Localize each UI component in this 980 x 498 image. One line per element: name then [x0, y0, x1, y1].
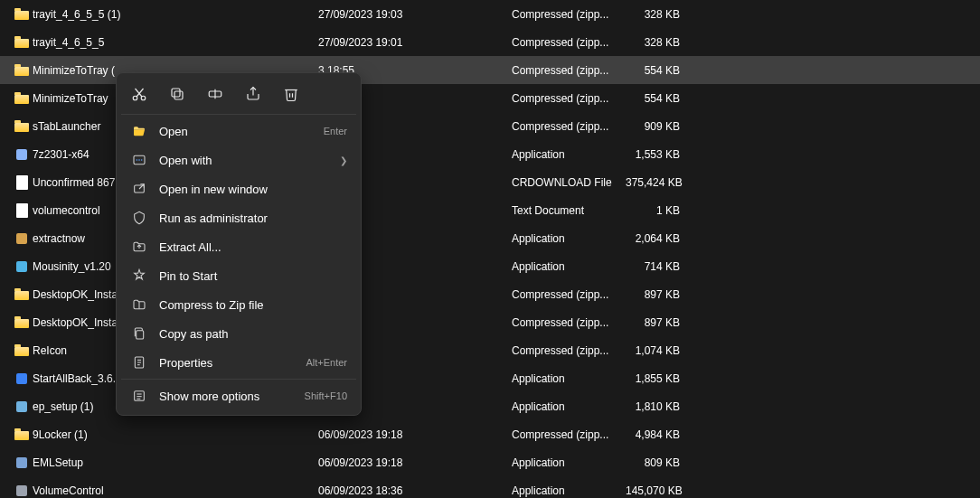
- menu-item-zip[interactable]: Compress to Zip file: [121, 290, 356, 319]
- file-type: Compressed (zipp...: [512, 344, 626, 357]
- chevron-right-icon: ❯: [340, 155, 347, 165]
- file-type: Application: [512, 372, 626, 385]
- file-date: 06/09/2023 18:36: [318, 484, 512, 497]
- file-size: 714 KB: [626, 260, 680, 273]
- file-size: 328 KB: [626, 8, 680, 21]
- menu-item-label: Show more options: [159, 390, 305, 403]
- folder-icon: [14, 316, 29, 328]
- file-icon-cell: [13, 371, 31, 386]
- menu-item-copypath[interactable]: Copy as path: [121, 319, 356, 348]
- menu-item-admin[interactable]: Run as administrator: [121, 203, 356, 232]
- svg-rect-5: [16, 457, 27, 468]
- svg-rect-3: [16, 373, 27, 384]
- file-row[interactable]: trayit_4_6_5_527/09/2023 19:01Compressed…: [0, 28, 980, 56]
- file-type: Application: [512, 456, 626, 469]
- menu-item-label: Compress to Zip file: [159, 298, 347, 312]
- file-name: trayit_4_6_5_5: [33, 36, 318, 49]
- menu-item-label: Extract All...: [159, 240, 347, 254]
- file-type: Application: [512, 400, 626, 413]
- file-row[interactable]: VolumeControl06/09/2023 18:36Application…: [0, 476, 980, 498]
- file-name: EMLSetup: [33, 456, 318, 469]
- menu-item-label: Properties: [159, 356, 306, 370]
- file-size: 375,424 KB: [626, 176, 680, 189]
- admin-icon: [130, 211, 148, 225]
- cut-icon[interactable]: [130, 85, 148, 103]
- file-size: 1,855 KB: [626, 372, 680, 385]
- app-icon: [14, 259, 29, 274]
- file-icon-cell: [13, 428, 31, 440]
- svg-rect-4: [16, 401, 27, 412]
- menu-item-props[interactable]: PropertiesAlt+Enter: [121, 348, 356, 377]
- menu-item-openwith[interactable]: Open with❯: [121, 146, 356, 174]
- context-menu: OpenEnterOpen with❯Open in new windowRun…: [116, 72, 362, 416]
- folder-icon: [14, 92, 29, 104]
- folder-icon: [14, 64, 29, 76]
- file-icon-cell: [13, 203, 31, 218]
- file-icon-cell: [13, 36, 31, 48]
- menu-item-label: Open: [159, 125, 324, 138]
- file-size: 909 KB: [626, 120, 680, 133]
- svg-rect-6: [16, 485, 27, 496]
- file-date: 06/09/2023 19:18: [318, 428, 512, 441]
- file-type: Compressed (zipp...: [512, 64, 626, 77]
- file-icon-cell: [13, 344, 31, 356]
- file-icon-cell: [13, 288, 31, 300]
- file-size: 554 KB: [626, 92, 680, 105]
- file-type: Compressed (zipp...: [512, 92, 626, 105]
- file-row[interactable]: trayit_4_6_5_5 (1)27/09/2023 19:03Compre…: [0, 0, 980, 28]
- file-size: 2,064 KB: [626, 232, 680, 245]
- file-type: Application: [512, 232, 626, 245]
- file-row[interactable]: EMLSetup06/09/2023 19:18Application809 K…: [0, 448, 980, 476]
- newwin-icon: [130, 182, 148, 196]
- menu-item-shortcut: Enter: [324, 126, 347, 136]
- menu-item-shortcut: Alt+Enter: [306, 357, 347, 368]
- file-type: Text Document: [512, 204, 626, 217]
- file-size: 328 KB: [626, 36, 680, 49]
- svg-rect-12: [172, 89, 180, 97]
- file-icon-cell: [13, 120, 31, 132]
- folder-icon: [14, 428, 29, 440]
- svg-line-10: [136, 89, 143, 97]
- file-name: trayit_4_6_5_5 (1): [33, 8, 318, 21]
- file-icon: [16, 175, 28, 190]
- app-icon: [14, 231, 29, 246]
- menu-item-pin[interactable]: Pin to Start: [121, 261, 356, 290]
- file-size: 145,070 KB: [626, 484, 680, 497]
- context-menu-toprow: [121, 78, 356, 112]
- menu-item-more[interactable]: Show more optionsShift+F10: [121, 381, 356, 410]
- app-icon: [14, 147, 29, 162]
- file-type: Compressed (zipp...: [512, 36, 626, 49]
- rename-icon[interactable]: [206, 85, 224, 103]
- share-icon[interactable]: [244, 85, 262, 103]
- menu-item-label: Pin to Start: [159, 269, 347, 283]
- open-icon: [130, 124, 148, 138]
- file-size: 897 KB: [626, 288, 680, 301]
- menu-item-newwin[interactable]: Open in new window: [121, 174, 356, 203]
- delete-icon[interactable]: [282, 85, 300, 103]
- file-icon-cell: [13, 484, 31, 498]
- folder-icon: [14, 120, 29, 132]
- app-icon: [14, 399, 29, 414]
- svg-rect-11: [174, 91, 183, 99]
- file-size: 1,074 KB: [626, 344, 680, 357]
- file-row[interactable]: 9Locker (1)06/09/2023 19:18Compressed (z…: [0, 420, 980, 448]
- file-name: VolumeControl: [33, 484, 318, 497]
- svg-rect-0: [16, 149, 27, 160]
- separator: [121, 379, 356, 380]
- file-icon-cell: [13, 64, 31, 76]
- copy-icon[interactable]: [168, 85, 186, 103]
- file-size: 897 KB: [626, 316, 680, 329]
- svg-point-18: [138, 159, 140, 161]
- more-icon: [130, 389, 148, 403]
- extract-icon: [130, 240, 148, 254]
- file-icon-cell: [13, 147, 31, 162]
- file-date: 27/09/2023 19:01: [318, 36, 512, 49]
- menu-item-open[interactable]: OpenEnter: [121, 117, 356, 146]
- svg-point-17: [137, 159, 138, 161]
- file-type: Compressed (zipp...: [512, 8, 626, 21]
- file-type: Compressed (zipp...: [512, 428, 626, 441]
- svg-line-9: [137, 89, 144, 97]
- file-icon-cell: [13, 8, 31, 20]
- menu-item-extract[interactable]: Extract All...: [121, 232, 356, 261]
- file-icon: [16, 203, 28, 218]
